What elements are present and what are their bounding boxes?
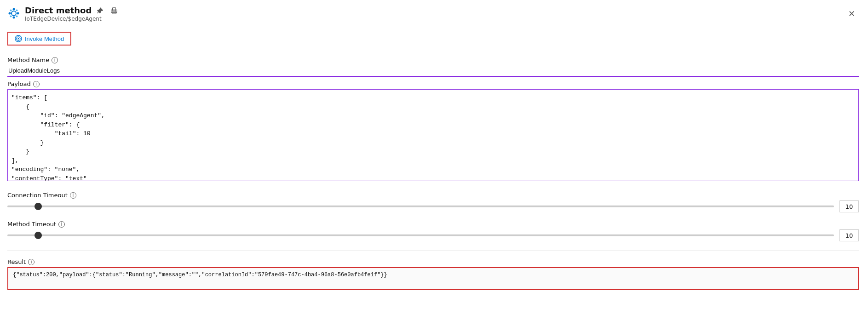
section-divider [7, 251, 859, 251]
connection-timeout-section: Connection Timeout i 10 [7, 187, 859, 212]
payload-textarea[interactable]: "items": [ { "id": "edgeAgent", "filter"… [7, 89, 859, 181]
payload-section: "items": [ { "id": "edgeAgent", "filter"… [7, 89, 859, 183]
method-timeout-section: Method Timeout i 10 [7, 216, 859, 241]
svg-point-0 [11, 11, 16, 16]
method-timeout-info-icon[interactable]: i [58, 221, 65, 228]
title-block: Direct method [25, 6, 119, 22]
svg-point-5 [10, 9, 12, 11]
svg-point-12 [115, 11, 116, 11]
method-name-input[interactable] [7, 65, 859, 77]
title-text: Direct method [25, 6, 92, 15]
payload-label-row: Payload i [7, 80, 859, 87]
connection-timeout-label-row: Connection Timeout i [7, 192, 859, 199]
header-left: Direct method [7, 6, 119, 22]
panel-content: Invoke Method Method Name i Payload i "i… [0, 26, 868, 331]
pin-icon [97, 7, 103, 14]
panel-title: Direct method [25, 6, 119, 15]
svg-point-2 [13, 16, 15, 18]
method-timeout-slider-row: 10 [7, 229, 859, 241]
method-name-info-icon[interactable]: i [52, 57, 58, 63]
svg-point-7 [10, 15, 12, 17]
result-container: {"status":200,"payload":{"status":"Runni… [7, 267, 859, 290]
panel-header: Direct method [0, 0, 868, 26]
invoke-button-label: Invoke Method [25, 35, 64, 42]
method-name-label-row: Method Name i [7, 57, 859, 63]
svg-point-4 [17, 12, 19, 14]
result-info-icon[interactable]: i [28, 259, 34, 265]
result-label: Result [7, 258, 26, 265]
invoke-icon [15, 35, 22, 42]
connection-timeout-value: 10 [839, 200, 859, 212]
svg-rect-10 [113, 7, 116, 10]
close-icon: ✕ [848, 9, 855, 18]
method-timeout-slider[interactable] [7, 234, 834, 236]
svg-point-1 [13, 8, 15, 10]
payload-info-icon[interactable]: i [33, 81, 40, 87]
svg-point-15 [18, 38, 19, 40]
svg-point-8 [16, 15, 18, 17]
printer-icon [111, 7, 117, 14]
method-name-label: Method Name [7, 57, 49, 63]
azure-logo-icon [7, 7, 20, 21]
connection-timeout-info-icon[interactable]: i [70, 192, 76, 199]
panel-subtitle: IoTEdgeDevice/$edgeAgent [25, 16, 119, 22]
pin-button[interactable] [95, 6, 105, 15]
direct-method-panel: Direct method [0, 0, 868, 331]
result-label-row: Result i [7, 258, 859, 265]
connection-timeout-slider[interactable] [7, 205, 834, 207]
invoke-method-button[interactable]: Invoke Method [7, 32, 71, 46]
connection-timeout-label: Connection Timeout [7, 192, 68, 199]
payload-label: Payload [7, 80, 31, 87]
method-timeout-value: 10 [839, 229, 859, 241]
svg-point-3 [9, 12, 11, 14]
close-button[interactable]: ✕ [845, 7, 859, 21]
print-button[interactable] [109, 6, 119, 15]
method-timeout-label: Method Timeout [7, 221, 56, 228]
svg-point-6 [16, 9, 18, 11]
invoke-method-section: Invoke Method [7, 32, 859, 46]
method-timeout-label-row: Method Timeout i [7, 221, 859, 228]
connection-timeout-slider-row: 10 [7, 200, 859, 212]
result-value: {"status":200,"payload":{"status":"Runni… [13, 272, 387, 278]
